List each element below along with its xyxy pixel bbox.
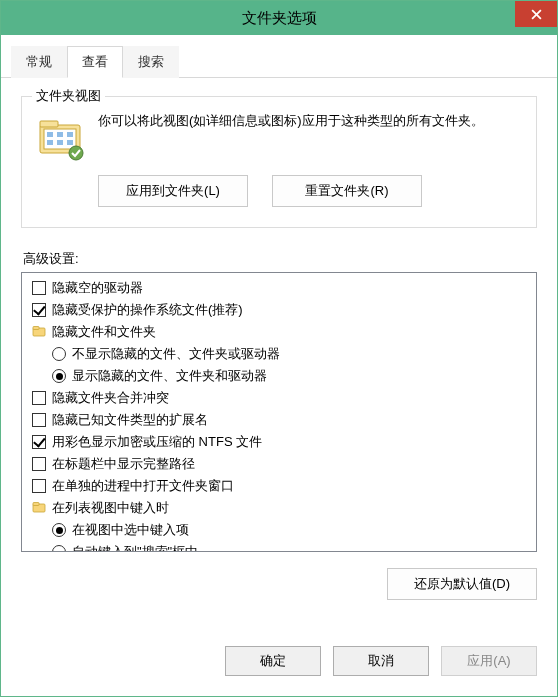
svg-rect-6 [57, 132, 63, 137]
folder-icon [32, 324, 46, 341]
svg-rect-3 [40, 121, 58, 127]
tab-view[interactable]: 查看 [67, 46, 123, 78]
tree-item[interactable]: 隐藏文件和文件夹 [28, 321, 530, 343]
folder-options-window: 文件夹选项 常规 查看 搜索 文件夹视图 [0, 0, 558, 697]
tree-item-label: 不显示隐藏的文件、文件夹或驱动器 [72, 345, 280, 363]
tree-item-label: 隐藏空的驱动器 [52, 279, 143, 297]
apply-to-folders-button[interactable]: 应用到文件夹(L) [98, 175, 248, 207]
tree-item[interactable]: 不显示隐藏的文件、文件夹或驱动器 [28, 343, 530, 365]
checkbox-icon[interactable] [32, 281, 46, 295]
close-button[interactable] [515, 1, 557, 27]
tree-item-label: 隐藏文件和文件夹 [52, 323, 156, 341]
tree-item[interactable]: 在标题栏中显示完整路径 [28, 453, 530, 475]
tree-item-label: 在标题栏中显示完整路径 [52, 455, 195, 473]
folder-icon [32, 500, 46, 517]
svg-point-11 [69, 146, 83, 160]
tree-item[interactable]: 在视图中选中键入项 [28, 519, 530, 541]
svg-rect-10 [67, 140, 73, 145]
svg-rect-9 [57, 140, 63, 145]
group-description: 你可以将此视图(如详细信息或图标)应用于这种类型的所有文件夹。 [98, 111, 484, 132]
tree-item-label: 隐藏受保护的操作系统文件(推荐) [52, 301, 243, 319]
tree-item-label: 隐藏文件夹合并冲突 [52, 389, 169, 407]
tree-item[interactable]: 在列表视图中键入时 [28, 497, 530, 519]
checkbox-icon[interactable] [32, 435, 46, 449]
ok-button[interactable]: 确定 [225, 646, 321, 676]
checkbox-icon[interactable] [32, 413, 46, 427]
group-title: 文件夹视图 [32, 87, 105, 105]
radio-icon[interactable] [52, 545, 66, 552]
tree-item-label: 用彩色显示加密或压缩的 NTFS 文件 [52, 433, 262, 451]
checkbox-icon[interactable] [32, 391, 46, 405]
tree-item-label: 显示隐藏的文件、文件夹和驱动器 [72, 367, 267, 385]
tree-item[interactable]: 隐藏空的驱动器 [28, 277, 530, 299]
restore-defaults-button[interactable]: 还原为默认值(D) [387, 568, 537, 600]
tree-item[interactable]: 隐藏受保护的操作系统文件(推荐) [28, 299, 530, 321]
content-area: 文件夹视图 [1, 78, 557, 630]
reset-folders-button[interactable]: 重置文件夹(R) [272, 175, 422, 207]
tree-item[interactable]: 在单独的进程中打开文件夹窗口 [28, 475, 530, 497]
svg-rect-15 [33, 502, 39, 505]
tree-item[interactable]: 自动键入到"搜索"框中 [28, 541, 530, 552]
folder-view-group: 文件夹视图 [21, 96, 537, 228]
tree-item[interactable]: 显示隐藏的文件、文件夹和驱动器 [28, 365, 530, 387]
tab-general[interactable]: 常规 [11, 46, 67, 78]
tree-item-label: 自动键入到"搜索"框中 [72, 543, 198, 552]
radio-icon[interactable] [52, 523, 66, 537]
close-icon [531, 9, 542, 20]
radio-icon[interactable] [52, 347, 66, 361]
cancel-button[interactable]: 取消 [333, 646, 429, 676]
window-title: 文件夹选项 [242, 9, 317, 28]
tab-search[interactable]: 搜索 [123, 46, 179, 78]
dialog-footer: 确定 取消 应用(A) [1, 630, 557, 696]
tree-item-label: 在视图中选中键入项 [72, 521, 189, 539]
apply-button: 应用(A) [441, 646, 537, 676]
checkbox-icon[interactable] [32, 479, 46, 493]
checkbox-icon[interactable] [32, 457, 46, 471]
advanced-settings-tree[interactable]: 隐藏空的驱动器隐藏受保护的操作系统文件(推荐)隐藏文件和文件夹不显示隐藏的文件、… [21, 272, 537, 552]
tab-strip: 常规 查看 搜索 [1, 35, 557, 78]
tree-item[interactable]: 隐藏文件夹合并冲突 [28, 387, 530, 409]
tree-item-label: 在单独的进程中打开文件夹窗口 [52, 477, 234, 495]
radio-icon[interactable] [52, 369, 66, 383]
tree-item-label: 在列表视图中键入时 [52, 499, 169, 517]
svg-rect-7 [67, 132, 73, 137]
folder-view-icon [36, 113, 84, 161]
checkbox-icon[interactable] [32, 303, 46, 317]
titlebar: 文件夹选项 [1, 1, 557, 35]
advanced-settings-label: 高级设置: [23, 250, 537, 268]
svg-rect-5 [47, 132, 53, 137]
svg-rect-8 [47, 140, 53, 145]
tree-item[interactable]: 用彩色显示加密或压缩的 NTFS 文件 [28, 431, 530, 453]
tree-item[interactable]: 隐藏已知文件类型的扩展名 [28, 409, 530, 431]
tree-item-label: 隐藏已知文件类型的扩展名 [52, 411, 208, 429]
svg-rect-13 [33, 326, 39, 329]
